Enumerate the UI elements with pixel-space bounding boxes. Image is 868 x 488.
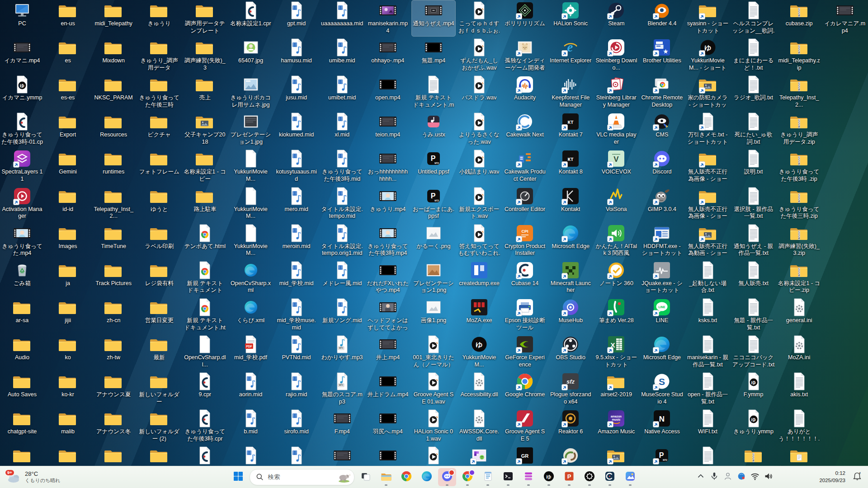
desktop-icon-VOICEVOX[interactable]: VVOICEVOX [594, 149, 638, 184]
desktop-icon-es[interactable]: es [46, 38, 90, 73]
desktop-icon--mp4[interactable]: 通知うぜえ.mp4 [412, 0, 455, 36]
desktop-icon-Blender-4-4[interactable]: Blender 4.4 [640, 0, 684, 36]
desktop-icon-GeForce-Experience[interactable]: GeForce Experience [503, 334, 547, 370]
desktop-icon-aorin-mid[interactable]: aorin.mid [229, 371, 273, 407]
desktop-icon-VLC-media-player[interactable]: VLC media player [594, 112, 638, 147]
desktop-icon-Accessibility-dll[interactable]: Accessibility.dll [458, 371, 501, 407]
desktop-icon--2-html[interactable]: 新規 テキスト ドキュメント (2).html [183, 260, 226, 296]
desktop-icon-zh-tw[interactable]: zh-tw [92, 334, 135, 370]
desktop-icon--ymmp[interactable]: ゆイカマニ.ymmp [0, 75, 44, 110]
desktop-icon-OpenCvSharp-xml[interactable]: OpenCvSharp.xml [229, 260, 273, 296]
taskbar-app-chrome[interactable] [397, 468, 415, 486]
desktop-icon--1-png[interactable]: プレゼンテーション1.png [412, 260, 455, 296]
taskbar-app-notepad[interactable] [479, 468, 497, 486]
desktop-icon-ohhayo--mp4[interactable]: ohhayo-.mp4 [366, 38, 410, 73]
search-input[interactable]: 検索 [250, 469, 354, 485]
desktop-icon-ar-sa[interactable]: ar-sa [0, 297, 44, 333]
desktop-icon-NKSC_PARAM[interactable]: NKSC_PARAM [92, 75, 135, 110]
desktop-icon-open-mp4[interactable]: open.mp4 [366, 75, 410, 110]
desktop-icon-midi_Telepathy[interactable]: midi_Telepathy [92, 0, 135, 36]
desktop-icon--wav[interactable]: 小銭詰まり.wav [458, 149, 501, 184]
desktop-icon-Audacity[interactable]: Audacity [503, 75, 547, 110]
desktop-icon-Kontakt-7[interactable]: KTKontakt 7 [549, 112, 592, 147]
desktop-icon--[interactable]: 営業日変更 [137, 297, 181, 333]
desktop-icon-HDDFMT-exe---[interactable]: HDDFMT.exe - ショートカット [640, 223, 684, 259]
desktop-icon--mp4[interactable]: きゅうり食ってた.mp4 [0, 223, 44, 259]
desktop-icon--[interactable]: フォトフレーム [137, 149, 181, 184]
desktop-icon--1-png[interactable]: 画像1.png [412, 297, 455, 333]
desktop-icon-Reaktor-6[interactable]: Reaktor 6 [549, 408, 592, 444]
desktop-icon--_-txt[interactable]: ラジオ_歌詞.txt [732, 75, 775, 110]
desktop-icon-Native-Access[interactable]: NNative Access [640, 408, 684, 444]
desktop-icon-Internet-Explorer[interactable]: eInternet Explorer [549, 38, 592, 73]
desktop-icon----txt[interactable]: 無題 - 親作品一覧.txt [732, 297, 775, 333]
desktop-icon--[interactable]: アナウンス夏 [92, 371, 135, 407]
desktop-icon-Auto-Saves[interactable]: Auto Saves [0, 371, 44, 407]
desktop-icon-Chrome-Remote-Desktop[interactable]: Chrome Remote Desktop [640, 75, 684, 110]
desktop-icon--html[interactable]: 新規 テキスト ドキュメント.html [183, 297, 226, 333]
desktop-icon--_-zip[interactable]: きゅうり_調声用データ.zip [778, 112, 821, 147]
desktop-icon-VoiSona[interactable]: VoiSona [594, 186, 638, 222]
desktop-icon--mp3[interactable]: MP3わかりやす.mp3 [321, 334, 364, 370]
desktop-icon--[interactable]: ゆうと [137, 186, 181, 222]
desktop-icon----[interactable]: 家の防犯カメラ - ショートカット [686, 75, 730, 110]
tray-chevron-up[interactable] [694, 468, 707, 486]
desktop-icon-Untitled-ppsf[interactable]: PNT2Untitled.ppsf [412, 149, 455, 184]
desktop-icon-Gemini[interactable]: Gemini [46, 149, 90, 184]
desktop-icon--mp4[interactable]: 井上.mp4 [366, 334, 410, 370]
taskbar-clock[interactable]: 0:12 2025/09/23 [816, 466, 848, 488]
start-button[interactable] [229, 468, 247, 486]
desktop-icon-WIFI-txt[interactable]: WIFI.txt [686, 408, 730, 444]
desktop-icon--1-jpg[interactable]: プレゼンテーション1.jpg [229, 112, 273, 147]
desktop-icon-Epson-[interactable]: Epson 接続診断ツール [503, 297, 547, 333]
desktop-icon--musicxml[interactable]: 新規 テキスト ドキュメント.musicxml [412, 75, 455, 110]
tray-microphone[interactable] [708, 468, 721, 486]
notification-bell-button[interactable]: z [850, 466, 864, 488]
desktop-icon--mid[interactable]: メドレー風.mid [321, 260, 364, 296]
desktop-icon--mp4[interactable]: イカマニ.mp4 [0, 38, 44, 73]
desktop-icon-F-ymmp[interactable]: ゆF.ymmp [732, 371, 775, 407]
desktop-icon-CMS[interactable]: CMS [640, 112, 684, 147]
desktop-icon-Plogue-sforzando-x64[interactable]: sfzPlogue sforzando x64 [549, 371, 592, 407]
desktop-icon-Resources[interactable]: Resources [92, 112, 135, 147]
desktop-icon--wav[interactable]: 新規エクスポート.wav [458, 186, 501, 222]
desktop-icon--_3-zip[interactable]: 調声練習(失敗)_3.zip [778, 223, 821, 259]
taskbar-app-terminal[interactable] [499, 468, 517, 486]
desktop-icon-Export[interactable]: Export [46, 112, 90, 147]
desktop-icon-kotusytuaaus-mid[interactable]: kotusytuaaus.mid [275, 149, 318, 184]
desktop-icon--[interactable]: きゅうり [137, 0, 181, 36]
desktop-icon-Mixdown[interactable]: Mixdown [92, 38, 135, 73]
desktop-icon-zh-cn[interactable]: zh-cn [92, 297, 135, 333]
desktop-icon-YukkuriMovieM-[interactable]: YukkuriMovieM... [229, 223, 273, 259]
desktop-icon-Controller-Editor[interactable]: Controller Editor [503, 186, 547, 222]
desktop-icon-gpt-mid[interactable]: gpt.mid [275, 0, 318, 36]
desktop-icon-YukkuriMovieM-[interactable]: YukkuriMovieM... [229, 186, 273, 222]
desktop-icon-Groove-Agent-SE-01-wav[interactable]: Groove Agent SE 01.wav [412, 371, 455, 407]
tray-weather-sphere[interactable] [735, 468, 748, 486]
desktop-icon-9-cpr[interactable]: 9.cpr [183, 371, 226, 407]
taskbar-app-discord[interactable] [438, 468, 456, 486]
desktop-icon-umibet-mid[interactable]: umibet.mid [321, 75, 364, 110]
desktop-icon--mp4[interactable]: 井上ドラム.mp4 [366, 371, 410, 407]
desktop-icon-xl-mid[interactable]: xl.mid [321, 112, 364, 147]
desktop-icon-meroin-mid[interactable]: meroin.mid [275, 223, 318, 259]
desktop-icon--jpg[interactable]: きゅうりポカコレ用サムネ.jpg [229, 75, 273, 110]
tray-volume[interactable] [762, 468, 775, 486]
desktop-icon-sirofo-mid[interactable]: sirofo.mid [275, 408, 318, 444]
desktop-icon-hamusu-mid[interactable]: hamusu.mid [275, 38, 318, 73]
desktop-icon-JQuake-exe---[interactable]: JQuake.exe - ショートカット [640, 260, 684, 296]
desktop-icon----txt[interactable]: 選択肢 - 親作品一覧.txt [732, 186, 775, 222]
desktop-icon-malib[interactable]: malib [46, 408, 90, 444]
desktop-icon-LINE[interactable]: LINELINE [640, 297, 684, 333]
desktop-icon-MuseScore-Studio-4[interactable]: SMuseScore Studio 4 [640, 371, 684, 407]
tray-wifi[interactable] [749, 468, 761, 486]
desktop-icon-mid_-muse-mid[interactable]: mid_学校muse.mid [275, 297, 318, 333]
desktop-icon--[interactable]: 売上 [183, 75, 226, 110]
desktop-icon-Google-Chrome[interactable]: Google Chrome [503, 371, 547, 407]
desktop-icon-syasinn---[interactable]: syasinn - ショートカット [686, 0, 730, 36]
desktop-icon-Telepathy_Inst_2-[interactable]: Telepathy_Inst_2... [778, 75, 821, 110]
desktop-icon--FX-mp4[interactable]: だれだFXいれたやつ.mp4 [366, 260, 410, 296]
desktop-icon-Brother-Utilities[interactable]: ★Brother Utilities [640, 38, 684, 73]
desktop-icon--[interactable]: 新しいフォルダー [137, 371, 181, 407]
desktop-icon-ko[interactable]: ko [46, 334, 90, 370]
